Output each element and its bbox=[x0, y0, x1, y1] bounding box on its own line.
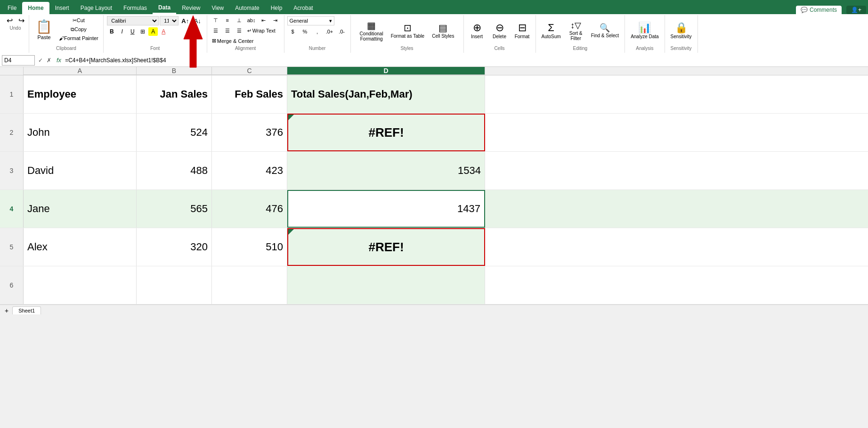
share-area[interactable]: 👤+ bbox=[846, 6, 866, 14]
undo-button[interactable]: ↩ bbox=[4, 16, 15, 25]
dec-decimal-button[interactable]: .0- bbox=[336, 27, 348, 36]
font-size-select[interactable]: 11 bbox=[160, 16, 178, 25]
font-name-select[interactable]: Calibri bbox=[107, 16, 159, 25]
indent-dec-button[interactable]: ⇤ bbox=[258, 16, 269, 25]
cell-b4[interactable]: 565 bbox=[137, 190, 212, 228]
cell-c3[interactable]: 423 bbox=[212, 152, 287, 189]
tab-home[interactable]: Home bbox=[22, 2, 49, 14]
row-header-6[interactable]: 6 bbox=[0, 266, 24, 304]
row-header-2[interactable]: 2 bbox=[0, 114, 24, 151]
align-right-button[interactable]: ☰ bbox=[234, 26, 245, 35]
copy-button[interactable]: ⧉ Copy bbox=[57, 25, 100, 33]
fill-color-button[interactable]: A bbox=[148, 27, 158, 36]
find-select-button[interactable]: 🔍 Find & Select bbox=[588, 17, 622, 44]
wrap-text-button[interactable]: ↵ Wrap Text bbox=[245, 26, 277, 35]
align-bottom-button[interactable]: ⊥ bbox=[234, 16, 245, 25]
cell-c6[interactable] bbox=[212, 266, 287, 304]
tab-acrobat[interactable]: Acrobat bbox=[288, 2, 318, 14]
cell-b6[interactable] bbox=[137, 266, 212, 304]
paste-button[interactable]: 📋 Paste bbox=[32, 16, 56, 42]
format-table-icon: ⊡ bbox=[404, 22, 412, 33]
cell-b2[interactable]: 524 bbox=[137, 114, 212, 151]
cell-d5[interactable]: #REF! bbox=[287, 228, 485, 266]
merge-center-button[interactable]: ⊠ Merge & Center bbox=[210, 37, 256, 45]
align-center-button[interactable]: ☰ bbox=[222, 26, 233, 35]
format-painter-button[interactable]: 🖌 Format Painter bbox=[57, 34, 100, 42]
tab-file[interactable]: File bbox=[2, 2, 22, 14]
analyze-data-button[interactable]: 📊 Analyze Data bbox=[628, 17, 661, 44]
cell-c5[interactable]: 510 bbox=[212, 228, 287, 266]
tab-view[interactable]: View bbox=[206, 2, 229, 14]
cell-d2[interactable]: #REF! bbox=[287, 114, 485, 151]
tab-automate[interactable]: Automate bbox=[229, 2, 265, 14]
sensitivity-button[interactable]: 🔒 Sensitivity bbox=[668, 17, 695, 44]
tab-insert[interactable]: Insert bbox=[49, 2, 75, 14]
formula-input[interactable] bbox=[65, 55, 866, 66]
underline-button[interactable]: U bbox=[128, 27, 137, 36]
font-color-button[interactable]: A bbox=[159, 27, 168, 36]
cell-d3[interactable]: 1534 bbox=[287, 152, 485, 189]
cell-a3[interactable]: David bbox=[24, 152, 137, 189]
decrease-font-button[interactable]: A↓ bbox=[192, 16, 203, 25]
cell-c4[interactable]: 476 bbox=[212, 190, 287, 228]
cell-d4[interactable]: 1437 bbox=[287, 190, 485, 228]
row-header-1[interactable]: 1 bbox=[0, 75, 24, 113]
cell-b1[interactable]: Jan Sales bbox=[137, 75, 212, 113]
formula-checkmark-button[interactable]: ✓ bbox=[37, 57, 44, 64]
cell-c2[interactable]: 376 bbox=[212, 114, 287, 151]
cell-b3[interactable]: 488 bbox=[137, 152, 212, 189]
col-header-c[interactable]: C bbox=[212, 67, 287, 75]
cell-d1[interactable]: Total Sales(Jan,Feb,Mar) bbox=[287, 75, 485, 113]
col-header-d[interactable]: D bbox=[287, 67, 485, 75]
tab-review[interactable]: Review bbox=[176, 2, 206, 14]
comma-button[interactable]: , bbox=[312, 27, 323, 36]
cell-reference-box[interactable]: D4 bbox=[2, 55, 35, 66]
format-as-table-button[interactable]: ⊡ Format as Table bbox=[388, 17, 428, 44]
bold-button[interactable]: B bbox=[107, 27, 116, 36]
cell-a6[interactable] bbox=[24, 266, 137, 304]
align-left-button[interactable]: ☰ bbox=[210, 26, 221, 35]
cell-a4[interactable]: Jane bbox=[24, 190, 137, 228]
cell-a2[interactable]: John bbox=[24, 114, 137, 151]
autosum-button[interactable]: Σ AutoSum bbox=[539, 17, 564, 44]
comments-button[interactable]: 💬 Comments bbox=[796, 6, 842, 14]
sheet-tab-sheet1[interactable]: Sheet1 bbox=[12, 306, 41, 314]
border-button[interactable]: ⊞ bbox=[138, 27, 147, 36]
tab-formulas[interactable]: Formulas bbox=[118, 2, 153, 14]
ribbon: ↩ ↪ Undo 📋 Paste ✂ Cut ⧉ Copy 🖌 Format P… bbox=[0, 14, 868, 54]
format-button[interactable]: ⊟ Format bbox=[512, 17, 533, 44]
percent-button[interactable]: % bbox=[300, 27, 311, 36]
tab-help[interactable]: Help bbox=[265, 2, 288, 14]
add-sheet-button[interactable]: + bbox=[2, 306, 11, 315]
conditional-formatting-button[interactable]: ▦ ConditionalFormatting bbox=[357, 17, 386, 44]
cell-styles-button[interactable]: ▤ Cell Styles bbox=[429, 17, 457, 44]
cut-button[interactable]: ✂ Cut bbox=[57, 16, 100, 25]
inc-decimal-button[interactable]: .0+ bbox=[324, 27, 335, 36]
tab-data[interactable]: Data bbox=[153, 2, 176, 14]
row-header-4[interactable]: 4 bbox=[0, 190, 24, 228]
cell-c1[interactable]: Feb Sales bbox=[212, 75, 287, 113]
number-format-select[interactable]: General ▾ bbox=[287, 16, 334, 25]
currency-button[interactable]: $ bbox=[287, 27, 299, 36]
col-header-a[interactable]: A bbox=[24, 67, 137, 75]
insert-button[interactable]: ⊕ Insert bbox=[467, 17, 487, 44]
redo-button[interactable]: ↪ bbox=[16, 16, 27, 25]
row-header-3[interactable]: 3 bbox=[0, 152, 24, 189]
indent-inc-button[interactable]: ⇥ bbox=[270, 16, 281, 25]
sort-filter-button[interactable]: ↕▽ Sort &Filter bbox=[566, 17, 586, 44]
cell-d6[interactable] bbox=[287, 266, 485, 304]
formula-cancel-button[interactable]: ✗ bbox=[45, 57, 53, 64]
tab-page-layout[interactable]: Page Layout bbox=[75, 2, 118, 14]
row-header-5[interactable]: 5 bbox=[0, 228, 24, 266]
delete-button[interactable]: ⊖ Delete bbox=[489, 17, 510, 44]
cell-a5[interactable]: Alex bbox=[24, 228, 137, 266]
increase-font-button[interactable]: A↑ bbox=[179, 16, 191, 25]
text-direction-button[interactable]: ab↕ bbox=[245, 16, 258, 25]
align-top-button[interactable]: ⊤ bbox=[210, 16, 221, 25]
italic-button[interactable]: I bbox=[117, 27, 127, 36]
format-painter-icon: 🖌 bbox=[59, 35, 64, 41]
cell-a1[interactable]: Employee bbox=[24, 75, 137, 113]
cell-b5[interactable]: 320 bbox=[137, 228, 212, 266]
align-middle-button[interactable]: ≡ bbox=[222, 16, 233, 25]
col-header-b[interactable]: B bbox=[137, 67, 212, 75]
